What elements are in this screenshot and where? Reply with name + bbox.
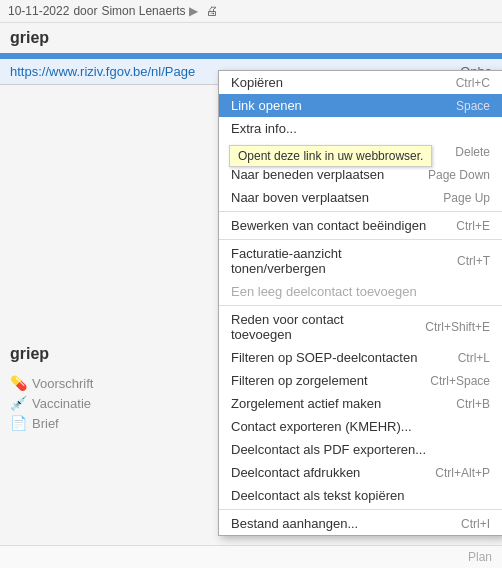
menu-shortcut: Ctrl+Space xyxy=(430,374,490,388)
menu-item-label: Naar beneden verplaatsen xyxy=(231,167,384,182)
menu-item[interactable]: Link openenSpace xyxy=(219,94,502,117)
sub-item-label: Voorschrift xyxy=(32,376,93,391)
menu-item[interactable]: Bewerken van contact beëindigenCtrl+E xyxy=(219,214,502,237)
menu-item[interactable]: Deelcontact afdrukkenCtrl+Alt+P xyxy=(219,461,502,484)
footer-bar: Plan xyxy=(0,545,502,568)
menu-item-label: Naar boven verplaatsen xyxy=(231,190,369,205)
menu-shortcut: Ctrl+C xyxy=(456,76,490,90)
menu-item-label: Kopiëren xyxy=(231,75,283,90)
menu-item[interactable]: Extra info...Opent deze link in uw webbr… xyxy=(219,117,502,140)
menu-shortcut: Ctrl+E xyxy=(456,219,490,233)
date-text: 10-11-2022 xyxy=(8,4,69,18)
menu-item-label: Reden voor contact toevoegen xyxy=(231,312,405,342)
menu-item-label: Facturatie-aanzicht tonen/verbergen xyxy=(231,246,437,276)
menu-item-label: Deelcontact als PDF exporteren... xyxy=(231,442,426,457)
sub-item-label: Vaccinatie xyxy=(32,396,91,411)
menu-item[interactable]: Contact exporteren (KMEHR)... xyxy=(219,415,502,438)
menu-item-label: Deelcontact als tekst kopiëren xyxy=(231,488,404,503)
menu-shortcut: Ctrl+Alt+P xyxy=(435,466,490,480)
menu-shortcut: Delete xyxy=(455,145,490,159)
menu-shortcut: Space xyxy=(456,99,490,113)
menu-item-label: Zorgelement actief maken xyxy=(231,396,381,411)
menu-divider xyxy=(219,305,502,306)
menu-item[interactable]: Reden voor contact toevoegenCtrl+Shift+E xyxy=(219,308,502,346)
menu-item-label: Deelcontact afdrukken xyxy=(231,465,360,480)
menu-shortcut: Ctrl+T xyxy=(457,254,490,268)
sub-item-icon: 💊 xyxy=(10,375,27,391)
sub-item-label: Brief xyxy=(32,416,59,431)
top-bar: 10-11-2022 door Simon Lenaerts ▶ 🖨 xyxy=(0,0,502,23)
menu-divider xyxy=(219,509,502,510)
menu-item-label: Contact exporteren (KMEHR)... xyxy=(231,419,412,434)
menu-item[interactable]: Bestand aanhangen...Ctrl+I xyxy=(219,512,502,535)
menu-shortcut: Page Down xyxy=(428,168,490,182)
sub-item-icon: 💉 xyxy=(10,395,27,411)
context-menu: KopiërenCtrl+CLink openenSpaceExtra info… xyxy=(218,70,502,536)
menu-shortcut: Ctrl+L xyxy=(458,351,490,365)
menu-item: Een leeg deelcontact toevoegen xyxy=(219,280,502,303)
author-text: Simon Lenaerts xyxy=(101,4,185,18)
menu-item-label: Link openen xyxy=(231,98,302,113)
menu-shortcut: Ctrl+I xyxy=(461,517,490,531)
footer-label: Plan xyxy=(468,550,492,564)
menu-divider xyxy=(219,239,502,240)
menu-item[interactable]: Naar boven verplaatsenPage Up xyxy=(219,186,502,209)
arrow-icon: ▶ xyxy=(189,4,198,18)
menu-item[interactable]: Deelcontact als tekst kopiëren xyxy=(219,484,502,507)
menu-item-label: Extra info... xyxy=(231,121,297,136)
menu-divider xyxy=(219,211,502,212)
tooltip: Opent deze link in uw webbrowser. xyxy=(229,145,432,167)
menu-item[interactable]: KopiërenCtrl+C xyxy=(219,71,502,94)
by-text: door xyxy=(73,4,97,18)
sub-item-icon: 📄 xyxy=(10,415,27,431)
menu-shortcut: Page Up xyxy=(443,191,490,205)
menu-item-label: Filteren op SOEP-deelcontacten xyxy=(231,350,417,365)
menu-item[interactable]: Deelcontact als PDF exporteren... xyxy=(219,438,502,461)
menu-item[interactable]: Filteren op zorgelementCtrl+Space xyxy=(219,369,502,392)
menu-shortcut: Ctrl+Shift+E xyxy=(425,320,490,334)
menu-item-label: Bestand aanhangen... xyxy=(231,516,358,531)
menu-item[interactable]: Facturatie-aanzicht tonen/verbergenCtrl+… xyxy=(219,242,502,280)
menu-item-label: Een leeg deelcontact toevoegen xyxy=(231,284,417,299)
menu-item-label: Filteren op zorgelement xyxy=(231,373,368,388)
menu-item[interactable]: Zorgelement actief makenCtrl+B xyxy=(219,392,502,415)
link-text[interactable]: https://www.riziv.fgov.be/nl/Page xyxy=(10,64,195,79)
menu-shortcut: Ctrl+B xyxy=(456,397,490,411)
print-icon[interactable]: 🖨 xyxy=(206,4,218,18)
menu-item[interactable]: Filteren op SOEP-deelcontactenCtrl+L xyxy=(219,346,502,369)
page-title: griep xyxy=(0,23,502,53)
menu-item-label: Bewerken van contact beëindigen xyxy=(231,218,426,233)
